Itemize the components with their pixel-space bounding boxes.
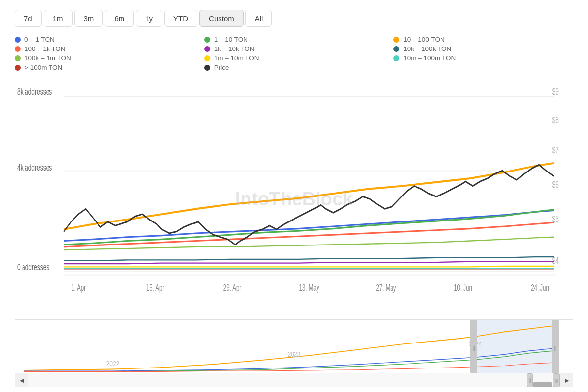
mini-year-2023: 2023 [288,350,301,358]
mini-year-2022: 2022 [106,360,120,368]
x-label-apr15: 15. Apr [147,282,164,292]
line-100-1kton [64,222,554,247]
mini-handle-right-icon: || [554,345,557,351]
btn-custom[interactable]: Custom [199,10,244,27]
legend-label-8: 10m – 100m TON [403,54,456,62]
legend-label-0: 0 – 1 TON [24,36,55,43]
scroll-left-btn[interactable]: ◀ [15,373,28,387]
legend-dot-5 [393,46,399,52]
legend-label-9: > 100m TON [24,64,62,71]
scroll-handle-center[interactable]: ||| [553,373,560,387]
scrollbar: ◀ || ||| ▶ [15,373,573,387]
legend-item-1: 1 – 10 TON [204,36,384,43]
x-label-may27: 27. May [376,282,396,292]
legend-dot-1 [204,37,210,43]
legend-dot-6 [15,55,21,61]
legend-label-4: 1k – 10k TON [214,45,255,52]
y-label-7: $7 [552,145,559,155]
y-label-9: $9 [552,86,559,96]
legend-label-3: 100 – 1k TON [24,45,66,52]
x-label-may13: 13. May [299,282,319,292]
legend-item-0: 0 – 1 TON [15,36,195,43]
legend-item-3: 100 – 1k TON [15,45,195,52]
legend-label-1: 1 – 10 TON [214,36,248,43]
btn-6m[interactable]: 6m [105,10,134,27]
legend-dot-10 [204,65,210,71]
main-chart-svg: 8k addresses 4k addresses 0 addresses $9… [15,81,573,317]
btn-7d[interactable]: 7d [15,10,42,27]
line-1-10ton [64,210,554,245]
btn-3m[interactable]: 3m [74,10,103,27]
legend-item-5: 10k – 100k TON [393,45,573,52]
legend-dot-4 [204,46,210,52]
y-label-0: 0 addresses [17,262,49,271]
scroll-right-btn[interactable]: ▶ [560,373,573,387]
y-label-8: $8 [552,115,559,124]
line-10-100ton [64,163,554,229]
legend-item-10: Price [204,64,384,71]
y-label-6: $6 [552,179,559,189]
legend-item-4: 1k – 10k TON [204,45,384,52]
legend-dot-8 [393,55,399,61]
btn-1y[interactable]: 1y [136,10,162,27]
legend-dot-2 [393,37,399,43]
legend-label-7: 1m – 10m TON [214,54,259,62]
legend-dot-0 [15,37,21,43]
x-label-apr29: 29. Apr [223,282,241,292]
main-chart: IntoTheBlock 8k addresses 4k addresses 0… [15,81,573,317]
x-label-jun24: 24. Jun [531,282,549,292]
btn-1m[interactable]: 1m [44,10,73,27]
time-range-buttons: 7d 1m 3m 6m 1y YTD Custom All [15,10,573,27]
legend-item-7: 1m – 10m TON [204,54,384,62]
x-label-jun10: 10. Jun [454,282,472,292]
main-container: 7d 1m 3m 6m 1y YTD Custom All 0 – 1 TON … [0,0,588,392]
y-label-4k: 4k addresses [17,163,52,172]
legend-label-10: Price [214,64,229,71]
scroll-handle-left[interactable]: || [527,373,533,387]
legend-label-2: 10 – 100 TON [403,36,444,43]
scroll-thumb[interactable] [533,382,552,387]
mini-handle-left-icon: || [473,345,475,351]
legend-item-8: 10m – 100m TON [393,54,573,62]
legend-item-9: > 100m TON [15,64,195,71]
btn-ytd[interactable]: YTD [164,10,197,27]
line-1k-10kton [64,261,554,264]
chart-legend: 0 – 1 TON 1 – 10 TON 10 – 100 TON 100 – … [15,36,573,71]
mini-chart-wrapper: 2022 2023 2024 || || [15,319,573,373]
line-10k-100kton [64,257,554,261]
legend-dot-9 [15,65,21,71]
mini-selected-region [475,320,554,373]
legend-label-6: 100k – 1m TON [24,54,71,62]
chart-area: IntoTheBlock 8k addresses 4k addresses 0… [15,81,573,387]
legend-dot-3 [15,46,21,52]
btn-all[interactable]: All [245,10,272,27]
line-1m-10mton [64,266,554,267]
legend-label-5: 10k – 100k TON [403,45,451,52]
x-label-apr1: 1. Apr [71,282,86,292]
legend-item-6: 100k – 1m TON [15,54,195,62]
mini-chart-svg: 2022 2023 2024 || || [15,320,573,373]
legend-item-2: 10 – 100 TON [393,36,573,43]
y-label-8k: 8k addresses [17,86,52,96]
legend-dot-7 [204,55,210,61]
scroll-track[interactable]: || ||| [28,373,560,387]
